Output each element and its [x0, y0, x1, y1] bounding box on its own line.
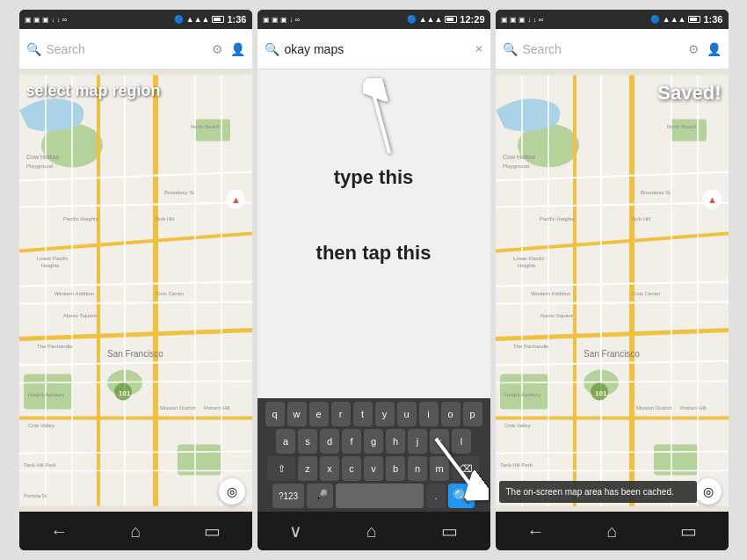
key-o[interactable]: o [441, 402, 461, 426]
svg-text:Broadway St: Broadway St [164, 190, 194, 195]
svg-text:Playground: Playground [26, 164, 53, 169]
svg-text:Nob Hill: Nob Hill [632, 216, 650, 222]
key-h[interactable]: h [386, 429, 405, 454]
account-icon-3[interactable]: 👤 [707, 42, 722, 56]
search-value-2[interactable]: okay maps [285, 42, 466, 56]
recent-button-2[interactable]: ▭ [441, 520, 458, 542]
map-area-1[interactable]: San Francisco Cow Hollow Playground Paci… [19, 69, 252, 512]
svg-text:San Francisco: San Francisco [584, 349, 640, 359]
back-button-2[interactable]: ∨ [289, 520, 302, 542]
svg-text:Pacific Heights: Pacific Heights [540, 216, 575, 222]
svg-text:Mission District: Mission District [160, 405, 196, 411]
key-space[interactable] [336, 484, 424, 508]
recent-button-3[interactable]: ▭ [680, 520, 697, 542]
filter-icon-3[interactable]: ⚙ [688, 42, 700, 56]
status-bar-3: ▣ ▣ ▣ ↓ ↓ ∞ 🔵 ▲▲▲ 1:36 [496, 10, 729, 29]
key-j[interactable]: j [408, 429, 427, 454]
key-f[interactable]: f [342, 429, 361, 454]
status-icons-right-3: 🔵 ▲▲▲ 1:36 [650, 14, 723, 25]
status-icons-right-2: 🔵 ▲▲▲ 12:29 [407, 14, 485, 25]
account-icon-1[interactable]: 👤 [230, 42, 245, 56]
svg-text:Western Addition: Western Addition [531, 291, 570, 296]
key-a[interactable]: a [276, 429, 295, 454]
nav-bar-3: ← ⌂ ▭ [496, 512, 729, 550]
svg-text:101: 101 [119, 389, 131, 397]
key-shift[interactable]: ⇧ [267, 456, 295, 481]
svg-text:Haight-Ashbury: Haight-Ashbury [504, 392, 540, 397]
key-nums[interactable]: ?123 [272, 484, 304, 508]
arrow-up-icon [363, 78, 416, 161]
key-s[interactable]: s [298, 429, 317, 454]
key-u[interactable]: u [397, 402, 417, 426]
key-p[interactable]: p [463, 402, 482, 426]
key-r[interactable]: r [331, 402, 351, 426]
svg-text:Cow Hollow: Cow Hollow [26, 154, 60, 160]
key-e[interactable]: e [309, 402, 329, 426]
svg-text:Lower Pacific: Lower Pacific [513, 256, 545, 261]
key-mic[interactable]: 🎤 [307, 484, 333, 508]
time-2: 12:29 [460, 14, 484, 25]
keyboard-row-1: q w e r t y u i o p [259, 402, 489, 426]
key-y[interactable]: y [375, 402, 395, 426]
nav-bar-1: ← ⌂ ▭ [19, 512, 252, 550]
key-i[interactable]: i [419, 402, 439, 426]
key-t[interactable]: t [353, 402, 373, 426]
filter-icon-1[interactable]: ⚙ [212, 42, 223, 56]
home-button-1[interactable]: ⌂ [130, 521, 141, 542]
key-w[interactable]: w [287, 402, 307, 426]
home-button-3[interactable]: ⌂ [606, 521, 617, 542]
map-area-3[interactable]: San Francisco Cow Hollow Playground Paci… [496, 69, 729, 512]
key-x[interactable]: x [320, 456, 339, 481]
clear-icon-2[interactable]: ✕ [475, 43, 483, 55]
battery-icon-2 [445, 16, 457, 23]
svg-text:Portola Dr: Portola Dr [24, 493, 47, 498]
svg-text:Heights: Heights [518, 263, 535, 268]
svg-text:Lower Pacific: Lower Pacific [37, 256, 69, 261]
svg-text:Alamo Square: Alamo Square [63, 313, 98, 318]
status-icons-left-1: ▣ ▣ ▣ ↓ ↓ ∞ [25, 16, 68, 24]
svg-text:Playground: Playground [503, 164, 529, 169]
overlay-text-1: select map region [26, 82, 161, 101]
status-bar-2: ▣ ▣ ▣ ↓ ∞ 🔵 ▲▲▲ 12:29 [257, 10, 490, 29]
key-v[interactable]: v [364, 456, 383, 481]
svg-text:Potrero Hill: Potrero Hill [680, 405, 707, 411]
panel-select-region: ▣ ▣ ▣ ↓ ↓ ∞ 🔵 ▲▲▲ 1:36 🔍 Search ⚙ 👤 [19, 10, 252, 550]
key-q[interactable]: q [265, 402, 285, 426]
status-icons-left-2: ▣ ▣ ▣ ↓ ∞ [263, 16, 301, 24]
svg-text:Potrero Hill: Potrero Hill [204, 405, 230, 411]
battery-icon-3 [688, 16, 700, 23]
key-c[interactable]: c [342, 456, 361, 481]
home-button-2[interactable]: ⌂ [366, 521, 377, 542]
svg-text:Alamo Square: Alamo Square [540, 313, 574, 318]
key-z[interactable]: z [298, 456, 317, 481]
search-actions-1: ⚙ 👤 [212, 42, 245, 56]
recent-button-1[interactable]: ▭ [204, 520, 221, 542]
key-g[interactable]: g [364, 429, 383, 454]
compass-btn-1[interactable]: ◎ [219, 478, 245, 505]
svg-text:Heights: Heights [41, 263, 59, 268]
search-bar-2[interactable]: 🔍 okay maps ✕ [257, 29, 490, 69]
instruction-type-text: type this [334, 166, 413, 189]
main-container: ▣ ▣ ▣ ↓ ↓ ∞ 🔵 ▲▲▲ 1:36 🔍 Search ⚙ 👤 [0, 0, 747, 560]
key-n[interactable]: n [408, 456, 427, 481]
svg-text:The Panhandle: The Panhandle [513, 344, 549, 349]
key-b[interactable]: b [386, 456, 405, 481]
keyboard[interactable]: q w e r t y u i o p a s d f g h j k l [257, 398, 490, 512]
back-button-3[interactable]: ← [526, 521, 544, 542]
instruction-area: type this then tap this [257, 69, 490, 398]
svg-text:Cole Valley: Cole Valley [28, 423, 54, 428]
back-button-1[interactable]: ← [50, 521, 68, 542]
instruction-tap-text: then tap this [316, 242, 432, 265]
search-bar-1[interactable]: 🔍 Search ⚙ 👤 [19, 29, 252, 69]
search-icon-1: 🔍 [26, 42, 41, 56]
snackbar-3: The on-screen map area has been cached. [499, 481, 697, 503]
status-icons-left-3: ▣ ▣ ▣ ↓ ↓ ∞ [501, 16, 544, 24]
svg-line-50 [436, 439, 475, 491]
compass-btn-3[interactable]: ◎ [695, 478, 722, 505]
search-bar-3[interactable]: 🔍 Search ⚙ 👤 [496, 29, 729, 69]
key-d[interactable]: d [320, 429, 339, 454]
battery-icon-1 [212, 16, 224, 23]
svg-text:Broadway St: Broadway St [641, 190, 671, 195]
svg-text:San Francisco: San Francisco [107, 349, 163, 359]
saved-text-3: Saved! [657, 82, 721, 105]
